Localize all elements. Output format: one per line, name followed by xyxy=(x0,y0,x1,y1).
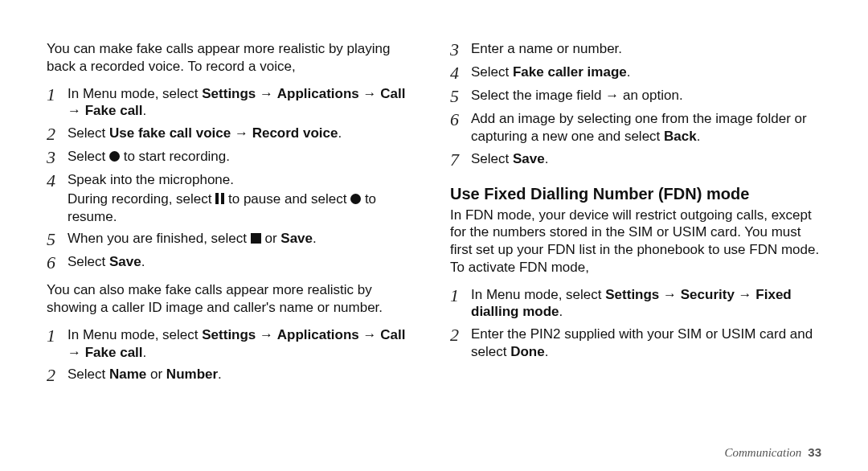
fake-call-voice-intro: You can make fake calls appear more real… xyxy=(47,40,418,76)
step: 2Select Name or Number. xyxy=(47,366,418,384)
step-body: Select to start recording. xyxy=(68,148,418,166)
step-body: In Menu mode, select Settings → Applicat… xyxy=(68,85,418,121)
step-number: 1 xyxy=(450,286,471,305)
pause-icon xyxy=(215,193,224,204)
fake-call-image-steps-right: 3Enter a name or number.4Select Fake cal… xyxy=(450,40,821,174)
step-number: 3 xyxy=(450,40,471,59)
step: 7Select Save. xyxy=(450,150,821,169)
record-icon xyxy=(109,151,120,162)
step-body: Select the image field → an option. xyxy=(471,87,821,104)
step-body: In Menu mode, select Settings → Security… xyxy=(471,286,821,322)
step-number: 2 xyxy=(47,125,68,143)
step-number: 6 xyxy=(47,253,68,272)
step-number: 6 xyxy=(450,110,471,129)
manual-page: You can make fake calls appear more real… xyxy=(0,0,868,471)
step-body: Enter a name or number. xyxy=(471,40,821,58)
step: 3Enter a name or number. xyxy=(450,40,821,59)
footer-section: Communication xyxy=(724,446,801,460)
step-body: When you are finished, select or Save. xyxy=(68,230,418,248)
record-icon xyxy=(350,194,361,204)
step-body: Select Name or Number. xyxy=(68,366,418,383)
step: 3Select to start recording. xyxy=(47,148,418,166)
step-number: 1 xyxy=(47,326,68,345)
right-column: 3Enter a name or number.4Select Fake cal… xyxy=(450,40,821,455)
step-body: Enter the PIN2 supplied with your SIM or… xyxy=(471,326,821,361)
step: 1In Menu mode, select Settings → Securit… xyxy=(450,286,821,322)
step: 5When you are finished, select or Save. xyxy=(47,230,418,248)
step: 6Add an image by selecting one from the … xyxy=(450,110,821,145)
step-number: 1 xyxy=(47,85,68,104)
step-number: 2 xyxy=(450,326,471,344)
step: 6Select Save. xyxy=(47,253,418,272)
step-number: 4 xyxy=(450,63,471,82)
fake-call-image-intro: You can also make fake calls appear more… xyxy=(47,281,418,317)
fake-call-image-steps-left: 1In Menu mode, select Settings → Applica… xyxy=(47,326,418,390)
step-body: Select Save. xyxy=(471,150,821,168)
step-number: 4 xyxy=(47,171,68,190)
step: 1In Menu mode, select Settings → Applica… xyxy=(47,326,418,362)
step-body: Select Use fake call voice → Record voic… xyxy=(68,125,418,142)
step: 2Enter the PIN2 supplied with your SIM o… xyxy=(450,326,821,361)
step: 1In Menu mode, select Settings → Applica… xyxy=(47,85,418,121)
step-body: Select Save. xyxy=(68,253,418,271)
step-body: Add an image by selecting one from the i… xyxy=(471,110,821,145)
footer-page-number: 33 xyxy=(808,445,821,459)
step-body: In Menu mode, select Settings → Applicat… xyxy=(68,326,418,362)
page-footer: Communication 33 xyxy=(724,445,821,460)
step-number: 3 xyxy=(47,148,68,166)
step-number: 2 xyxy=(47,366,68,384)
step-number: 7 xyxy=(450,150,471,169)
step: 4Select Fake caller image. xyxy=(450,63,821,82)
left-column: You can make fake calls appear more real… xyxy=(47,40,418,455)
stop-icon xyxy=(251,233,261,244)
fake-call-voice-steps: 1In Menu mode, select Settings → Applica… xyxy=(47,85,418,277)
step-number: 5 xyxy=(47,230,68,248)
step: 5Select the image field → an option. xyxy=(450,87,821,105)
step: 2Select Use fake call voice → Record voi… xyxy=(47,125,418,143)
step: 4Speak into the microphone.During record… xyxy=(47,171,418,225)
fdn-heading: Use Fixed Dialling Number (FDN) mode xyxy=(450,185,821,203)
step-body: Select Fake caller image. xyxy=(471,63,821,81)
step-number: 5 xyxy=(450,87,471,105)
fdn-steps: 1In Menu mode, select Settings → Securit… xyxy=(450,286,821,366)
fdn-intro: In FDN mode, your device will restrict o… xyxy=(450,207,821,276)
step-body: Speak into the microphone.During recordi… xyxy=(68,171,418,225)
step-extra: During recording, select to pause and se… xyxy=(68,190,418,226)
